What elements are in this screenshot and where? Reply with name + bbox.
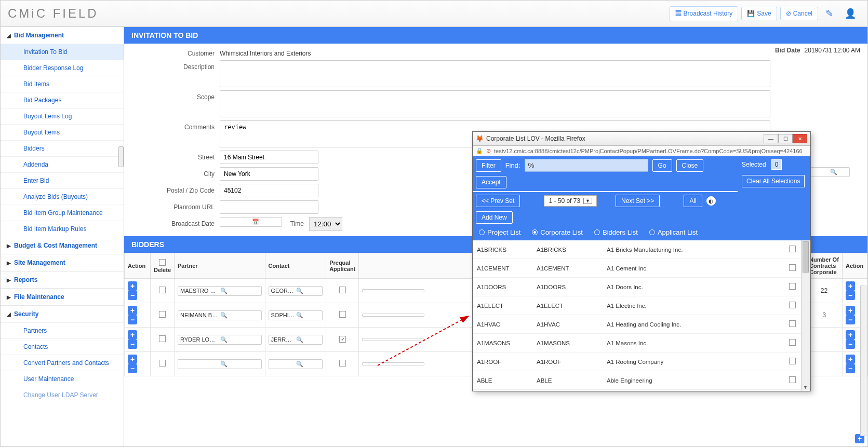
main-scrollbar[interactable] (860, 286, 866, 436)
radio-project-list[interactable]: Project List (479, 228, 520, 236)
street-input[interactable] (220, 151, 318, 164)
radio-bidders-list[interactable]: Bidders List (594, 228, 638, 236)
delete-checkbox[interactable] (159, 311, 166, 318)
lov-select-checkbox[interactable] (789, 246, 796, 252)
lov-row[interactable]: A1ROOFA1ROOFA1 Roofing Company (473, 352, 801, 371)
postal-input[interactable] (220, 184, 318, 197)
row-remove-button[interactable]: − (846, 340, 855, 349)
sidebar-item-bidders[interactable]: Bidders (1, 140, 124, 156)
find-input[interactable] (525, 159, 648, 172)
lov-row[interactable]: A1BRICKSA1BRICKSA1 Bricks Manufacturing … (473, 240, 801, 259)
sidebar-group-bid-management[interactable]: ◢Bid Management (1, 27, 124, 44)
lov-select-checkbox[interactable] (789, 339, 796, 346)
prequal-checkbox[interactable] (339, 360, 346, 366)
lov-select-checkbox[interactable] (789, 283, 796, 290)
cancel-button[interactable]: ⊘Cancel (780, 7, 818, 20)
clear-selections-button[interactable]: Clear All Selections (742, 175, 805, 187)
edit-icon[interactable]: ✎ (821, 6, 837, 21)
sidebar-item-addenda[interactable]: Addenda (1, 156, 124, 172)
row-add-button[interactable]: + (128, 355, 137, 364)
user-icon[interactable]: 👤 (840, 6, 860, 21)
field-lookup[interactable] (362, 314, 424, 317)
radio-applicant-list[interactable]: Applicant List (649, 228, 698, 236)
sidebar-group-security[interactable]: ◢Security (1, 305, 124, 322)
radio-corporate-list[interactable]: Corporate List (532, 228, 583, 236)
partner-lookup[interactable]: NEIMANN BUILDERS INC🔍 (178, 310, 261, 320)
go-button[interactable]: Go (652, 159, 672, 172)
sidebar-item-buyout-items-log[interactable]: Buyout Items Log (1, 108, 124, 124)
broadcast-history-button[interactable]: 𝍤Broadcast History (670, 6, 739, 21)
lov-row[interactable]: A1CEMENTA1CEMENTA1 Cement Inc. (473, 259, 801, 278)
scope-input[interactable] (220, 90, 770, 117)
prequal-checkbox[interactable] (339, 311, 346, 318)
minimize-button[interactable]: — (764, 134, 778, 143)
partner-lookup[interactable]: RYDER LOGISTICS🔍 (178, 335, 261, 345)
accept-button[interactable]: Accept (476, 176, 506, 188)
sidebar-item-contacts[interactable]: Contacts (1, 338, 124, 355)
row-remove-button[interactable]: − (128, 315, 137, 324)
row-add-button[interactable]: + (128, 330, 137, 340)
lov-row[interactable]: A1ELECTA1ELECTA1 Electric Inc. (473, 296, 801, 315)
lov-row[interactable]: A1DOORSA1DOORSA1 Doors Inc. (473, 278, 801, 296)
row-add-button[interactable]: + (128, 306, 137, 315)
add-new-button[interactable]: Add New (476, 211, 513, 224)
sidebar-item-user-maintenance[interactable]: User Maintenance (1, 371, 124, 387)
partner-lookup[interactable]: 🔍 (178, 359, 261, 369)
page-indicator[interactable]: 1 - 50 of 73▼ (544, 195, 597, 207)
row-remove-button[interactable]: − (128, 291, 137, 300)
prequal-checkbox[interactable] (339, 336, 346, 343)
delete-checkbox[interactable] (159, 335, 166, 342)
sidebar-item-bid-item-markup-rules[interactable]: Bid Item Markup Rules (1, 221, 124, 237)
row-add-button[interactable]: + (846, 330, 855, 340)
maximize-button[interactable]: ☐ (778, 134, 793, 143)
lov-scrollbar[interactable]: ▼ (801, 240, 810, 391)
row-add-button[interactable]: + (846, 281, 855, 291)
lov-select-checkbox[interactable] (789, 376, 796, 383)
close-button[interactable]: Close (676, 159, 704, 172)
refresh-icon[interactable]: ◐ (706, 196, 716, 206)
delete-all-checkbox[interactable] (159, 259, 166, 266)
sidebar-item-change-ldap[interactable]: Change User LDAP Server (1, 387, 124, 403)
lov-row[interactable]: ABLEABLEAble Engineering (473, 371, 801, 390)
sidebar-group-site[interactable]: ▶Site Management (1, 254, 124, 271)
sidebar-item-buyout-items[interactable]: Buyout Items (1, 124, 124, 140)
delete-checkbox[interactable] (159, 360, 166, 366)
contact-lookup[interactable]: SOPHIE CHOV🔍 (269, 310, 323, 320)
partner-lookup[interactable]: MAESTRO BUILDERS INC🔍 (178, 286, 261, 296)
next-set-button[interactable]: Next Set >> (616, 195, 660, 207)
sidebar-item-bidder-response-log[interactable]: Bidder Response Log (1, 60, 124, 76)
row-add-button[interactable]: + (128, 281, 137, 291)
description-input[interactable] (220, 60, 770, 87)
row-remove-button[interactable]: − (846, 364, 855, 373)
sidebar-item-bid-packages[interactable]: Bid Packages (1, 92, 124, 108)
broadcast-date-input[interactable]: 📅 (220, 217, 282, 227)
contact-lookup[interactable]: GEORGE ALLE🔍 (269, 286, 323, 296)
sidebar-item-analyze-bids[interactable]: Analyze Bids (Buyouts) (1, 188, 124, 205)
lov-select-checkbox[interactable] (789, 302, 796, 308)
sidebar-group-reports[interactable]: ▶Reports (1, 271, 124, 288)
planroom-input[interactable] (220, 200, 318, 214)
lov-row[interactable]: A1MASONSA1MASONSA1 Masons Inc. (473, 334, 801, 352)
sidebar-item-invitation-to-bid[interactable]: Invitation To Bid (1, 44, 124, 60)
delete-checkbox[interactable] (159, 287, 166, 293)
sidebar-item-partners[interactable]: Partners (1, 322, 124, 338)
save-button[interactable]: 💾Save (741, 7, 777, 20)
city-input[interactable] (220, 167, 318, 181)
prequal-checkbox[interactable] (339, 287, 346, 293)
row-remove-button[interactable]: − (846, 315, 855, 324)
search-icon[interactable]: 🔍 (829, 169, 848, 175)
time-select[interactable]: 12:00 (309, 217, 342, 231)
lov-row[interactable]: A1HVACA1HVACA1 Heating and Cooling Inc. (473, 315, 801, 334)
sidebar-item-bid-item-group-maintenance[interactable]: Bid Item Group Maintenance (1, 205, 124, 221)
sidebar-item-bid-items[interactable]: Bid Items (1, 76, 124, 92)
lov-select-checkbox[interactable] (789, 320, 796, 327)
field-lookup[interactable] (362, 362, 424, 365)
contact-lookup[interactable]: 🔍 (269, 359, 323, 369)
field-lookup[interactable] (362, 289, 424, 292)
row-remove-button[interactable]: − (846, 291, 855, 300)
field-lookup[interactable] (362, 338, 424, 341)
row-add-button[interactable]: + (846, 355, 855, 364)
sidebar-item-convert-partners[interactable]: Convert Partners and Contacts (1, 355, 124, 371)
filter-button[interactable]: Filter (476, 159, 501, 172)
sidebar-group-budget[interactable]: ▶Budget & Cost Management (1, 237, 124, 254)
